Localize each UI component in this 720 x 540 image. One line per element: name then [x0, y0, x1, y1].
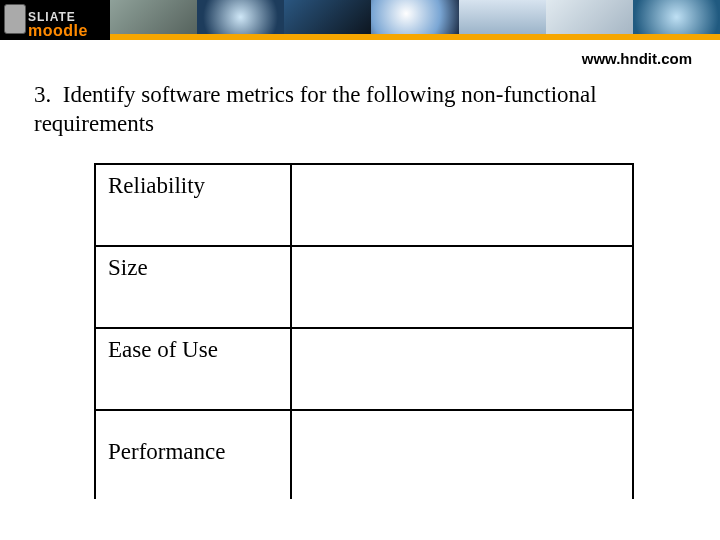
question-body: Identify software metrics for the follow…	[34, 82, 597, 136]
nfr-label: Ease of Use	[95, 328, 291, 410]
nfr-metric	[291, 246, 633, 328]
header-banner: SLIATE moodle	[0, 0, 720, 40]
metrics-table: Reliability Size Ease of Use Performance	[94, 163, 634, 499]
logo-text: SLIATE moodle	[28, 10, 88, 38]
logo-line2: moodle	[28, 24, 88, 38]
table-row: Reliability	[95, 164, 633, 246]
slide-content: 3. Identify software metrics for the fol…	[0, 67, 720, 499]
banner-image-strip	[110, 0, 720, 40]
table-row: Ease of Use	[95, 328, 633, 410]
nfr-metric	[291, 410, 633, 499]
nfr-metric	[291, 164, 633, 246]
source-url: www.hndit.com	[0, 40, 720, 67]
table-row: Performance	[95, 410, 633, 499]
table-row: Size	[95, 246, 633, 328]
question-text: 3. Identify software metrics for the fol…	[34, 81, 686, 139]
nfr-label: Reliability	[95, 164, 291, 246]
nfr-metric	[291, 328, 633, 410]
nfr-label: Performance	[95, 410, 291, 499]
site-logo: SLIATE moodle	[0, 0, 110, 40]
question-number: 3.	[34, 82, 51, 107]
nfr-label: Size	[95, 246, 291, 328]
logo-badge-icon	[4, 4, 26, 34]
